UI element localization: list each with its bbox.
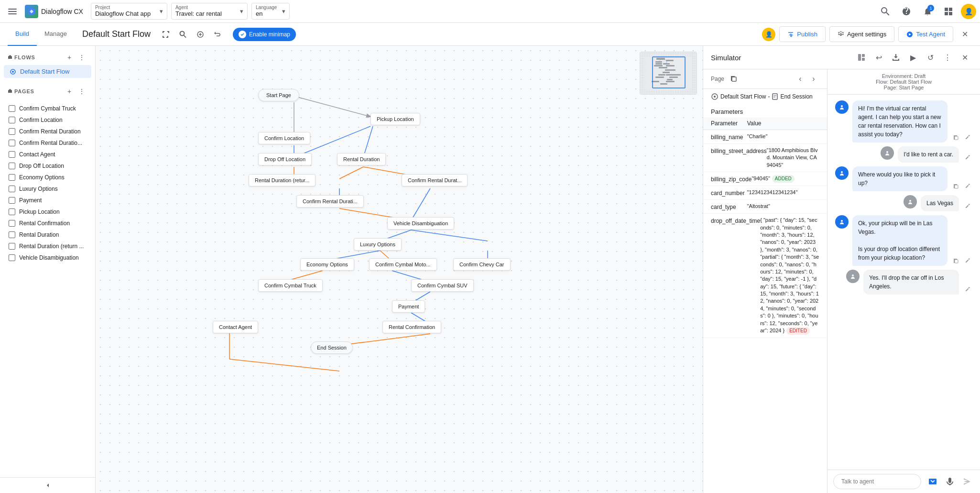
minimap-label: Enable minimap	[249, 31, 290, 38]
flows-menu-button[interactable]: ⋮	[76, 52, 87, 63]
page-icon	[9, 163, 15, 169]
node-pickup-location[interactable]: Pickup Location	[370, 113, 420, 125]
page-item-economy-options[interactable]: Economy Options	[4, 172, 91, 183]
node-payment[interactable]: Payment	[392, 300, 425, 313]
edit-message-icon[interactable]	[963, 182, 972, 191]
node-vehicle-disambiguation[interactable]: Vehicle Disambiguation	[387, 217, 454, 230]
param-name: billing_street_address	[711, 147, 767, 154]
canvas-area[interactable]: Start Page Pickup Location Confirm Locat…	[96, 46, 703, 493]
page-icon	[9, 186, 15, 192]
edit-user-message-icon[interactable]	[963, 285, 972, 295]
edit-message-icon[interactable]	[963, 133, 972, 142]
node-luxury-options[interactable]: Luxury Options	[354, 238, 402, 251]
node-confirm-rental-durat-right[interactable]: Confirm Rental Durat...	[402, 174, 468, 186]
simulator-close-button[interactable]: ✕	[957, 50, 972, 65]
add-attachment-button[interactable]	[925, 474, 940, 489]
page-item-drop-off-location[interactable]: Drop Off Location	[4, 160, 91, 172]
pages-menu-button[interactable]: ⋮	[76, 86, 87, 97]
node-start-page[interactable]: Start Page	[258, 89, 299, 101]
agent-avatar	[835, 215, 849, 229]
node-confirm-cymbal-suv[interactable]: Confirm Cymbal SUV	[411, 279, 474, 292]
page-item-confirm-cymbal-truck[interactable]: Confirm Cymbal Truck	[4, 103, 91, 114]
page-item-confirm-rental-duration[interactable]: Confirm Rental Duration	[4, 126, 91, 137]
copy-message-icon[interactable]	[951, 256, 961, 266]
notifications-button[interactable]: 1	[919, 3, 936, 20]
node-contact-agent[interactable]: Contact Agent	[213, 321, 258, 333]
agent-selector[interactable]: Agent Travel: car rental ▾	[171, 3, 248, 20]
chat-env-info: Environment: Draft Flow: Default Start F…	[828, 69, 980, 95]
page-icon	[9, 220, 15, 227]
node-rental-confirmation[interactable]: Rental Confirmation	[382, 321, 441, 333]
user-avatar-small[interactable]: 👤	[762, 28, 775, 41]
params-back-button[interactable]: ‹	[795, 73, 806, 85]
simulator-undo-button[interactable]: ↩	[871, 50, 886, 65]
add-flow-button[interactable]: +	[64, 52, 75, 63]
copy-message-icon[interactable]	[951, 133, 961, 142]
node-end-session[interactable]: End Session	[311, 341, 353, 354]
page-item-payment[interactable]: Payment	[4, 195, 91, 206]
minimap-toggle[interactable]: Enable minimap	[233, 28, 296, 41]
page-item-confirm-rental-duratio[interactable]: Confirm Rental Duratio...	[4, 137, 91, 149]
zoom-fit-button[interactable]	[158, 27, 174, 42]
project-selector[interactable]: Project Dialogflow Chat app ▾	[91, 3, 167, 20]
node-confirm-cymbal-moto[interactable]: Confirm Cymbal Moto...	[369, 258, 437, 271]
mic-button[interactable]	[942, 474, 958, 489]
add-page-button[interactable]: +	[64, 86, 75, 97]
test-agent-button[interactable]: Test Agent	[898, 26, 953, 42]
page-item-luxury-options[interactable]: Luxury Options	[4, 183, 91, 195]
node-confirm-location[interactable]: Confirm Location	[258, 132, 310, 144]
svg-rect-38	[659, 67, 667, 68]
page-item-rental-duration[interactable]: Rental Duration	[4, 229, 91, 241]
agent-settings-button[interactable]: Agent settings	[829, 26, 894, 42]
search-canvas-button[interactable]	[175, 27, 191, 42]
simulator-play-button[interactable]: ▶	[905, 50, 921, 65]
close-button[interactable]: ✕	[957, 27, 972, 42]
page-label: Economy Options	[19, 174, 65, 181]
node-rental-duration[interactable]: Rental Duration	[337, 153, 386, 165]
breadcrumb-flow: Default Start Flow	[720, 93, 766, 100]
edit-user-message-icon[interactable]	[963, 153, 972, 163]
chat-bubble-user: I'd like to rent a car.	[898, 146, 959, 163]
menu-icon[interactable]	[4, 3, 21, 20]
undo-button[interactable]	[210, 27, 225, 42]
zoom-to-fit-button[interactable]	[193, 27, 208, 42]
node-economy-options[interactable]: Economy Options	[300, 258, 354, 271]
page-item-rental-duration-return[interactable]: Rental Duration (return ...	[4, 241, 91, 252]
send-button[interactable]	[959, 474, 975, 489]
chat-input[interactable]	[833, 474, 921, 489]
agent-chevron-icon: ▾	[240, 8, 243, 15]
publish-button[interactable]: Publish	[779, 26, 826, 42]
sidebar-item-default-start-flow[interactable]: Default Start Flow	[4, 65, 91, 78]
node-rental-duration-retur[interactable]: Rental Duration (retur...	[249, 174, 316, 186]
node-confirm-rental-durati-left[interactable]: Confirm Rental Durati...	[296, 195, 364, 208]
apps-button[interactable]	[940, 3, 957, 20]
page-item-confirm-location[interactable]: Confirm Location	[4, 114, 91, 126]
edit-message-icon[interactable]	[963, 256, 972, 266]
params-forward-button[interactable]: ›	[808, 73, 819, 85]
chat-bubble-user: Las Vegas	[921, 195, 959, 211]
node-drop-off-location[interactable]: Drop Off Location	[258, 153, 312, 165]
simulator-header-actions: ↩ ▶ ↺ ⋮ ✕	[854, 50, 972, 65]
edit-user-message-icon[interactable]	[963, 202, 972, 211]
tab-build[interactable]: Build	[8, 23, 37, 46]
page-item-contact-agent[interactable]: Contact Agent	[4, 149, 91, 160]
canvas-tools	[158, 27, 225, 42]
tab-manage[interactable]: Manage	[37, 23, 75, 46]
language-selector[interactable]: Language en ▾	[251, 3, 290, 20]
page-item-pickup-location[interactable]: Pickup Location	[4, 206, 91, 218]
simulator-more-button[interactable]: ⋮	[940, 50, 955, 65]
copy-message-icon[interactable]	[951, 182, 961, 191]
simulator-refresh-button[interactable]: ↺	[923, 50, 938, 65]
params-copy-button[interactable]	[728, 73, 740, 85]
node-confirm-chevy-car[interactable]: Confirm Chevy Car	[453, 258, 511, 271]
page-icon	[9, 208, 15, 215]
page-item-vehicle-disambiguation[interactable]: Vehicle Disambiguation	[4, 252, 91, 263]
simulator-layout-button[interactable]	[854, 50, 869, 65]
user-avatar[interactable]: 👤	[961, 4, 976, 19]
sidebar-collapse-button[interactable]	[0, 477, 95, 493]
node-confirm-cymbal-truck[interactable]: Confirm Cymbal Truck	[258, 279, 323, 292]
simulator-download-button[interactable]	[888, 50, 904, 65]
page-item-rental-confirmation[interactable]: Rental Confirmation	[4, 218, 91, 229]
search-button[interactable]	[877, 3, 894, 20]
help-button[interactable]	[898, 3, 915, 20]
